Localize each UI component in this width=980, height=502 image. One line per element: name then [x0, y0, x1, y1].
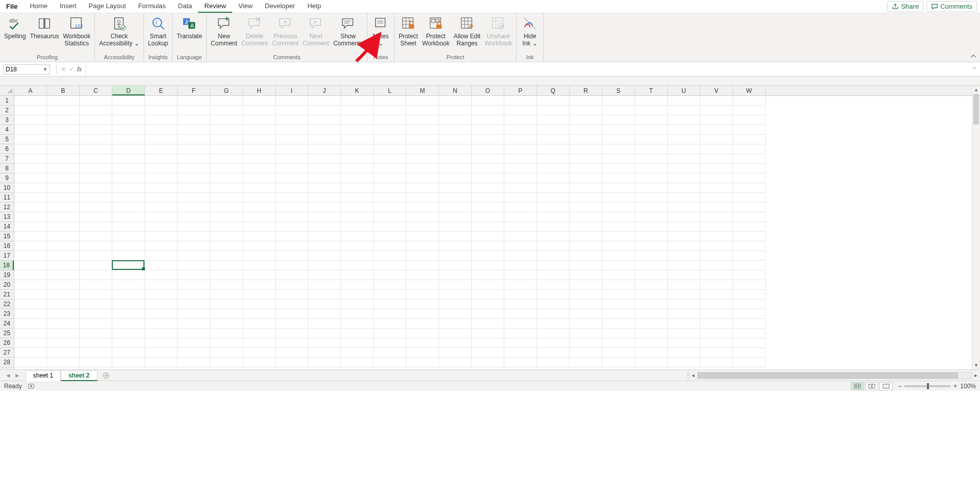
cell[interactable]: [733, 338, 766, 348]
cell[interactable]: [635, 154, 668, 164]
cell[interactable]: [570, 125, 602, 135]
cell[interactable]: [374, 125, 406, 135]
cell[interactable]: [406, 164, 439, 173]
cell[interactable]: [178, 115, 210, 125]
tab-home[interactable]: Home: [23, 0, 54, 13]
sheet-nav-prev-button[interactable]: ◄: [5, 372, 11, 379]
cell[interactable]: [14, 251, 47, 261]
cell[interactable]: [14, 319, 47, 329]
view-page-break-button[interactable]: [879, 382, 893, 390]
cell[interactable]: [733, 125, 766, 135]
cell[interactable]: [570, 96, 602, 106]
column-header[interactable]: R: [570, 86, 602, 95]
cell[interactable]: [80, 115, 112, 125]
cell[interactable]: [406, 173, 439, 183]
hide-ink-button[interactable]: Hide Ink ⌄: [519, 14, 541, 48]
cell[interactable]: [80, 154, 112, 164]
cell[interactable]: [472, 203, 504, 212]
cell[interactable]: [733, 241, 766, 251]
cell[interactable]: [602, 212, 635, 222]
cell[interactable]: [341, 232, 374, 241]
cell[interactable]: [537, 251, 570, 261]
cell[interactable]: [243, 270, 276, 280]
cell[interactable]: [668, 144, 700, 154]
cell[interactable]: [537, 96, 570, 106]
cell[interactable]: [439, 173, 472, 183]
cell[interactable]: [47, 241, 80, 251]
cell[interactable]: [537, 154, 570, 164]
cell[interactable]: [700, 290, 733, 299]
column-header[interactable]: I: [276, 86, 308, 95]
cell[interactable]: [210, 338, 243, 348]
cell[interactable]: [504, 203, 537, 212]
cell[interactable]: [472, 106, 504, 115]
cell[interactable]: [439, 270, 472, 280]
cell[interactable]: [308, 154, 341, 164]
cell[interactable]: [537, 144, 570, 154]
cell[interactable]: [341, 164, 374, 173]
cell[interactable]: [537, 212, 570, 222]
smart-lookup-button[interactable]: iSmart Lookup: [146, 14, 170, 48]
cell[interactable]: [537, 270, 570, 280]
cell[interactable]: [439, 125, 472, 135]
cell[interactable]: [406, 261, 439, 270]
cell[interactable]: [472, 338, 504, 348]
cell[interactable]: [80, 251, 112, 261]
row-header[interactable]: 6: [0, 144, 14, 154]
cell[interactable]: [243, 164, 276, 173]
cell[interactable]: [733, 173, 766, 183]
cell[interactable]: [243, 193, 276, 203]
cell[interactable]: [472, 319, 504, 329]
cell[interactable]: [80, 270, 112, 280]
cell[interactable]: [472, 115, 504, 125]
cell[interactable]: [178, 183, 210, 193]
cell[interactable]: [537, 358, 570, 367]
cell[interactable]: [308, 280, 341, 290]
cell[interactable]: [504, 261, 537, 270]
cell[interactable]: [145, 212, 178, 222]
cell[interactable]: [406, 329, 439, 338]
cell[interactable]: [112, 261, 145, 270]
cell[interactable]: [47, 270, 80, 280]
cell[interactable]: [733, 348, 766, 358]
cell[interactable]: [341, 173, 374, 183]
cell[interactable]: [341, 309, 374, 319]
cell[interactable]: [472, 299, 504, 309]
cell[interactable]: [14, 280, 47, 290]
cell[interactable]: [178, 251, 210, 261]
cell[interactable]: [112, 135, 145, 144]
cell[interactable]: [276, 251, 308, 261]
row-header[interactable]: 2: [0, 106, 14, 115]
column-header[interactable]: K: [341, 86, 374, 95]
cell[interactable]: [635, 173, 668, 183]
column-headers[interactable]: ABCDEFGHIJKLMNOPQRSTUVW: [14, 86, 972, 96]
cell[interactable]: [406, 212, 439, 222]
cell[interactable]: [276, 348, 308, 358]
cell[interactable]: [537, 319, 570, 329]
cell[interactable]: [504, 241, 537, 251]
cell[interactable]: [537, 193, 570, 203]
cell[interactable]: [276, 154, 308, 164]
select-all-corner[interactable]: [0, 86, 14, 96]
cell[interactable]: [374, 222, 406, 232]
row-header[interactable]: 22: [0, 299, 14, 309]
cell[interactable]: [47, 299, 80, 309]
cell[interactable]: [700, 270, 733, 280]
cell[interactable]: [308, 251, 341, 261]
cell[interactable]: [178, 280, 210, 290]
cell[interactable]: [47, 232, 80, 241]
cell[interactable]: [14, 203, 47, 212]
cell[interactable]: [14, 338, 47, 348]
cell[interactable]: [700, 280, 733, 290]
cell[interactable]: [537, 135, 570, 144]
zoom-level[interactable]: 100%: [960, 383, 976, 390]
cell[interactable]: [308, 241, 341, 251]
cell[interactable]: [374, 232, 406, 241]
cell[interactable]: [472, 251, 504, 261]
cell[interactable]: [80, 299, 112, 309]
row-header[interactable]: 7: [0, 154, 14, 164]
cell[interactable]: [80, 241, 112, 251]
cell[interactable]: [47, 290, 80, 299]
cell[interactable]: [602, 251, 635, 261]
cell[interactable]: [80, 290, 112, 299]
